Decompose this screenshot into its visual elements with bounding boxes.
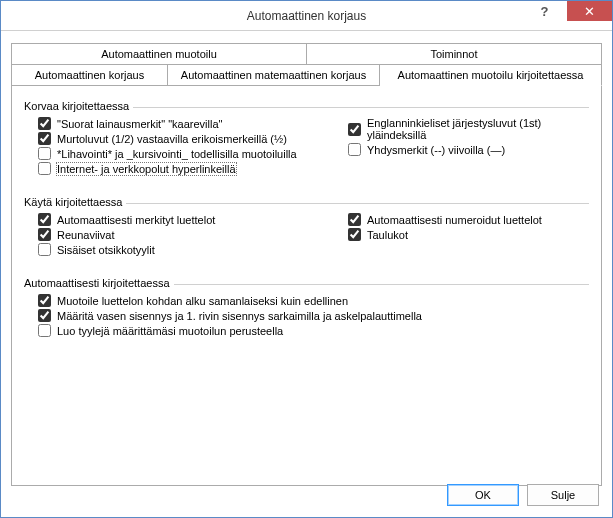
label-listformat: Muotoile luettelon kohdan alku samanlais… [57,295,348,307]
group-replace-title: Korvaa kirjoitettaessa [24,100,133,112]
label-bullets: Automaattisesti merkityt luettelot [57,214,215,226]
close-dialog-button[interactable]: Sulje [527,484,599,506]
label-ordinals: Englanninkieliset järjestysluvut (1st) y… [367,117,589,141]
checkbox-headings[interactable] [38,243,51,256]
checkbox-listformat[interactable] [38,294,51,307]
group-auto-header: Automaattisesti kirjoitettaessa [24,277,589,289]
checkbox-numbered[interactable] [348,213,361,226]
window-title: Automaattinen korjaus [1,9,612,23]
label-tables: Taulukot [367,229,408,241]
label-hyphens: Yhdysmerkit (--) viivoilla (—) [367,144,505,156]
checkbox-borders[interactable] [38,228,51,241]
tab-panel: Korvaa kirjoitettaessa "Suorat lainausme… [11,86,602,486]
label-indent: Määritä vasen sisennys ja 1. rivin sisen… [57,310,422,322]
group-apply-grid: Automaattisesti merkityt luettelot Reuna… [24,212,589,257]
label-boldital: *Lihavointi* ja _kursivointi_ todellisil… [57,148,297,160]
divider [174,284,589,285]
close-button[interactable]: ✕ [567,1,612,21]
tab-autoformat[interactable]: Automaattinen muotoilu [12,43,307,65]
tab-row-lower: Automaattinen korjaus Automaattinen mate… [11,64,602,86]
tab-row-upper: Automaattinen muotoilu Toiminnot [11,43,602,65]
label-styles: Luo tyylejä määrittämäsi muotoilun perus… [57,325,283,337]
dialog-buttons: OK Sulje [447,484,599,506]
checkbox-bullets[interactable] [38,213,51,226]
help-button[interactable]: ? [522,1,567,21]
checkbox-fractions[interactable] [38,132,51,145]
label-internet: Internet- ja verkkopolut hyperlinkeillä [57,163,236,175]
group-replace-header: Korvaa kirjoitettaessa [24,100,589,112]
tab-autoformat-typing[interactable]: Automaattinen muotoilu kirjoitettaessa [380,64,602,86]
checkbox-tables[interactable] [348,228,361,241]
checkbox-indent[interactable] [38,309,51,322]
titlebar: Automaattinen korjaus ? ✕ [1,1,612,31]
checkbox-styles[interactable] [38,324,51,337]
checkbox-ordinals[interactable] [348,123,361,136]
dialog-content: Automaattinen muotoilu Toiminnot Automaa… [1,31,612,496]
tab-math-autocorrect[interactable]: Automaattinen matemaattinen korjaus [168,64,380,86]
label-headings: Sisäiset otsikkotyylit [57,244,155,256]
group-auto-list: Muotoile luettelon kohdan alku samanlais… [24,293,589,338]
group-auto-title: Automaattisesti kirjoitettaessa [24,277,174,289]
checkbox-boldital[interactable] [38,147,51,160]
group-apply-title: Käytä kirjoitettaessa [24,196,126,208]
window-controls: ? ✕ [522,1,612,30]
label-quotes: "Suorat lainausmerkit" "kaarevilla" [57,118,222,130]
ok-button[interactable]: OK [447,484,519,506]
group-replace-grid: "Suorat lainausmerkit" "kaarevilla" Murt… [24,116,589,176]
divider [133,107,589,108]
group-apply-header: Käytä kirjoitettaessa [24,196,589,208]
checkbox-hyphens[interactable] [348,143,361,156]
checkbox-quotes[interactable] [38,117,51,130]
tab-actions[interactable]: Toiminnot [307,43,602,65]
label-fractions: Murtoluvut (1/2) vastaavilla erikoismerk… [57,133,287,145]
divider [126,203,589,204]
tab-autocorrect[interactable]: Automaattinen korjaus [12,64,168,86]
label-borders: Reunaviivat [57,229,114,241]
label-numbered: Automaattisesti numeroidut luettelot [367,214,542,226]
checkbox-internet[interactable] [38,162,51,175]
